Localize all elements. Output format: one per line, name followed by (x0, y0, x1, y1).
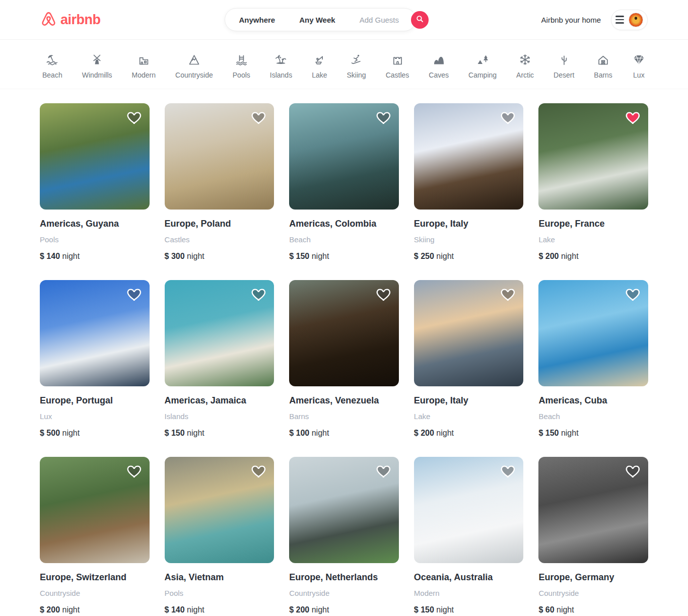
category-item-beach[interactable]: Beach (42, 53, 62, 79)
favorite-heart-icon[interactable] (126, 109, 143, 125)
category-label: Lux (633, 71, 645, 79)
airbnb-your-home-link[interactable]: Airbnb your home (541, 16, 601, 24)
category-item-lux[interactable]: Lux (632, 53, 646, 79)
listing-image-monochrome-forest-path[interactable] (538, 457, 648, 563)
listing-title: Americas, Venezuela (289, 394, 399, 406)
category-item-camping[interactable]: Camping (468, 53, 497, 79)
listing-card[interactable]: Europe, Germany Countryside $ 60 night (538, 457, 648, 615)
listing-card[interactable]: Oceania, Australia Modern $ 150 night (414, 457, 524, 615)
listing-card[interactable]: Europe, Portugal Lux $ 500 night (40, 280, 150, 439)
airbnb-logo-text: airbnb (60, 12, 101, 28)
favorite-heart-icon[interactable] (500, 109, 516, 125)
listing-card[interactable]: Americas, Jamaica Islands $ 150 night (165, 280, 274, 439)
category-item-windmills[interactable]: Windmills (82, 53, 112, 79)
favorite-heart-icon[interactable] (625, 463, 641, 479)
category-item-countryside[interactable]: Countryside (175, 53, 213, 79)
favorite-heart-icon[interactable] (376, 109, 392, 125)
listing-title: Americas, Jamaica (165, 394, 274, 406)
search-add-guests[interactable]: Add Guests (348, 16, 411, 24)
favorite-heart-icon-active[interactable] (625, 109, 641, 125)
listing-title: Europe, Italy (414, 218, 524, 230)
favorite-heart-icon[interactable] (251, 286, 267, 302)
boat-fishing-icon (313, 53, 326, 66)
listing-card[interactable]: Americas, Guyana Pools $ 140 night (40, 103, 150, 262)
listing-image-infinity-pool-over-sea[interactable] (538, 280, 648, 386)
listing-title: Europe, France (538, 218, 648, 230)
listing-image-snow-covered-chalet-at-night[interactable] (414, 103, 524, 210)
listing-image-aerial-tropical-villa-with-pool[interactable] (40, 103, 150, 210)
category-label: Skiing (347, 71, 366, 79)
listing-card[interactable]: Europe, Italy Lake $ 200 night (414, 280, 524, 439)
category-item-skiing[interactable]: Skiing (347, 53, 366, 79)
listing-category: Lake (414, 412, 524, 422)
listing-price: $ 140 night (40, 251, 150, 262)
castle-icon (391, 53, 404, 66)
listing-title: Europe, Italy (414, 394, 524, 406)
favorite-heart-icon[interactable] (500, 286, 516, 302)
favorite-heart-icon[interactable] (126, 286, 143, 302)
listing-card[interactable]: Americas, Cuba Beach $ 150 night (538, 280, 648, 439)
category-item-pools[interactable]: Pools (233, 53, 250, 79)
listings-grid: Americas, Guyana Pools $ 140 night Europ… (0, 89, 688, 616)
category-label: Lake (312, 71, 327, 79)
search-any-week[interactable]: Any Week (287, 16, 347, 24)
listing-category: Islands (165, 412, 274, 422)
search-bar[interactable]: Anywhere Any Week Add Guests (225, 8, 416, 31)
category-item-barns[interactable]: Barns (594, 53, 612, 79)
listing-image-modern-white-mansion-blue-sky[interactable] (40, 280, 150, 386)
snowflake-icon (518, 53, 532, 66)
favorite-heart-icon[interactable] (376, 463, 392, 479)
listing-image-stone-chateau-facade[interactable] (165, 103, 274, 210)
category-item-caves[interactable]: Caves (429, 53, 449, 79)
category-filter-bar: Beach Windmills Modern Countryside Pools… (0, 40, 688, 89)
listing-image-dark-wooden-treehouse[interactable] (289, 280, 399, 386)
listing-title: Europe, Portugal (40, 394, 150, 406)
airbnb-logo[interactable]: airbnb (40, 11, 101, 29)
listing-card[interactable]: Americas, Venezuela Barns $ 100 night (289, 280, 399, 439)
favorite-heart-icon[interactable] (251, 109, 267, 125)
favorite-heart-icon[interactable] (251, 463, 267, 479)
listing-card[interactable]: Europe, Netherlands Countryside $ 200 ni… (289, 457, 399, 615)
category-label: Countryside (175, 71, 213, 79)
listing-image-white-modern-house[interactable] (414, 457, 524, 563)
listing-image-alpine-cabin-green-mountains[interactable] (40, 457, 150, 563)
category-item-lake[interactable]: Lake (312, 53, 327, 79)
favorite-heart-icon[interactable] (625, 286, 641, 302)
listing-image-pool-villa-with-umbrella[interactable] (165, 457, 274, 563)
user-menu-button[interactable] (611, 10, 648, 30)
category-label: Modern (132, 71, 156, 79)
category-item-arctic[interactable]: Arctic (516, 53, 534, 79)
category-item-desert[interactable]: Desert (554, 53, 574, 79)
category-label: Caves (429, 71, 449, 79)
search-anywhere[interactable]: Anywhere (227, 16, 288, 24)
search-button[interactable] (411, 11, 429, 29)
listing-category: Beach (289, 235, 399, 245)
category-item-modern[interactable]: Modern (132, 53, 156, 79)
listing-card[interactable]: Asia, Vietnam Pools $ 140 night (165, 457, 274, 615)
listing-card[interactable]: Europe, Switzerland Countryside $ 200 ni… (40, 457, 150, 615)
modern-building-icon (137, 53, 151, 66)
listing-title: Europe, Netherlands (289, 571, 399, 583)
category-item-islands[interactable]: Islands (270, 53, 292, 79)
listing-card[interactable]: Europe, Italy Skiing $ 250 night (414, 103, 524, 262)
listing-card[interactable]: Americas, Colombia Beach $ 150 night (289, 103, 399, 262)
listing-title: Americas, Cuba (538, 394, 648, 406)
listing-image-sunset-lake-terrace[interactable] (414, 280, 524, 386)
listing-image-dusk-beach-house-by-sea[interactable] (289, 103, 399, 210)
favorite-heart-icon[interactable] (376, 286, 392, 302)
listing-price: $ 150 night (538, 428, 648, 439)
listing-image-lakeside-house-in-forest[interactable] (538, 103, 648, 210)
listing-card[interactable]: Europe, France Lake $ 200 night (538, 103, 648, 262)
listing-card[interactable]: Europe, Poland Castles $ 300 night (165, 103, 274, 262)
listing-image-grass-roof-house-in-field[interactable] (289, 457, 399, 563)
favorite-heart-icon[interactable] (500, 463, 516, 479)
hamburger-menu-icon (615, 16, 624, 23)
pool-ladder-icon (235, 53, 248, 66)
listing-price: $ 200 night (40, 604, 150, 615)
category-item-castles[interactable]: Castles (386, 53, 409, 79)
favorite-heart-icon[interactable] (126, 463, 143, 479)
listing-image-white-villa-with-palms[interactable] (165, 280, 274, 386)
listing-category: Modern (414, 588, 524, 598)
header-right: Airbnb your home (541, 10, 648, 30)
category-label: Windmills (82, 71, 112, 79)
